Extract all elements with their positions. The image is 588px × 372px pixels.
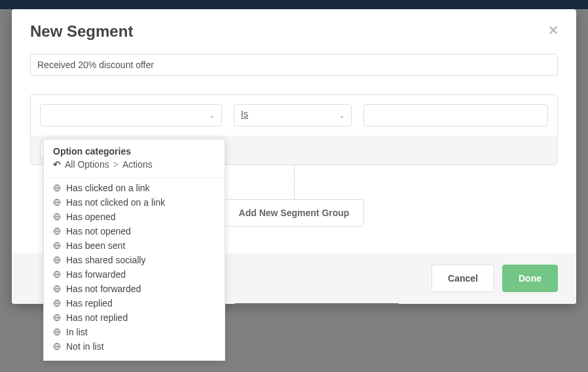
globe-icon	[53, 299, 61, 307]
dropdown-option[interactable]: Has forwarded	[44, 267, 225, 282]
dropdown-option[interactable]: Has not forwarded	[44, 282, 225, 296]
dropdown-option[interactable]: Has opened	[44, 210, 225, 224]
dropdown-title: Option categories	[53, 146, 215, 157]
breadcrumb-current: Actions	[122, 159, 153, 170]
add-segment-group-button[interactable]: Add New Segment Group	[224, 199, 365, 227]
segment-name-input[interactable]	[30, 54, 558, 76]
background-fragment	[235, 303, 399, 306]
app-topbar	[0, 0, 588, 9]
globe-icon	[53, 198, 61, 206]
dropdown-option[interactable]: Has replied	[44, 296, 225, 310]
dropdown-header: Option categories ↶ All Options > Action…	[44, 140, 225, 172]
globe-icon	[53, 213, 61, 221]
chevron-down-icon: ⌄	[210, 112, 215, 119]
globe-icon	[53, 328, 61, 336]
globe-icon	[53, 270, 61, 278]
modal-title: New Segment	[30, 22, 133, 41]
cancel-button[interactable]: Cancel	[432, 265, 494, 292]
globe-icon	[53, 227, 61, 235]
segment-condition-row: ⌄ Is ⌄	[31, 95, 557, 136]
dropdown-option-label: Has clicked on a link	[66, 183, 150, 193]
close-icon[interactable]: ×	[549, 22, 558, 38]
modal-header: New Segment ×	[12, 9, 576, 47]
globe-icon	[53, 184, 61, 192]
dropdown-breadcrumb[interactable]: ↶ All Options > Actions	[53, 159, 215, 170]
dropdown-option[interactable]: In list	[44, 325, 225, 339]
dropdown-option-label: Has replied	[66, 298, 113, 308]
dropdown-option-label: Has not opened	[66, 226, 131, 236]
globe-icon	[53, 242, 61, 250]
globe-icon	[53, 256, 61, 264]
dropdown-option-list: Has clicked on a linkHas not clicked on …	[44, 178, 225, 360]
dropdown-option[interactable]: Has clicked on a link	[44, 181, 225, 195]
dropdown-option-label: In list	[66, 327, 88, 337]
dropdown-option-label: Has been sent	[66, 240, 125, 251]
chevron-down-icon: ⌄	[339, 112, 344, 119]
dropdown-option[interactable]: Has not opened	[44, 224, 225, 238]
globe-icon	[53, 343, 61, 350]
breadcrumb-separator: >	[113, 159, 119, 170]
back-arrow-icon[interactable]: ↶	[53, 159, 61, 170]
breadcrumb-root[interactable]: All Options	[65, 159, 109, 170]
dropdown-option-label: Has not forwarded	[66, 284, 141, 294]
dropdown-option[interactable]: Has shared socially	[44, 253, 225, 267]
dropdown-option-label: Not in list	[66, 341, 104, 352]
dropdown-option[interactable]: Has been sent	[44, 238, 225, 253]
value-input[interactable]	[363, 104, 548, 126]
connector-line	[294, 165, 295, 199]
dropdown-option-label: Has opened	[66, 212, 116, 222]
dropdown-option-label: Has forwarded	[66, 269, 126, 280]
done-button[interactable]: Done	[502, 265, 558, 292]
field-select[interactable]: ⌄	[40, 104, 222, 126]
dropdown-option-label: Has shared socially	[66, 255, 145, 265]
dropdown-option[interactable]: Has not replied	[44, 310, 225, 325]
dropdown-option[interactable]: Not in list	[44, 339, 225, 354]
dropdown-option-label: Has not clicked on a link	[66, 197, 165, 208]
globe-icon	[53, 285, 61, 293]
operator-select[interactable]: Is ⌄	[234, 104, 352, 126]
globe-icon	[53, 314, 61, 322]
dropdown-option-label: Has not replied	[66, 312, 128, 323]
dropdown-option[interactable]: Has not clicked on a link	[44, 195, 225, 210]
operator-label: Is	[241, 109, 248, 119]
field-dropdown-panel: Option categories ↶ All Options > Action…	[43, 139, 225, 361]
